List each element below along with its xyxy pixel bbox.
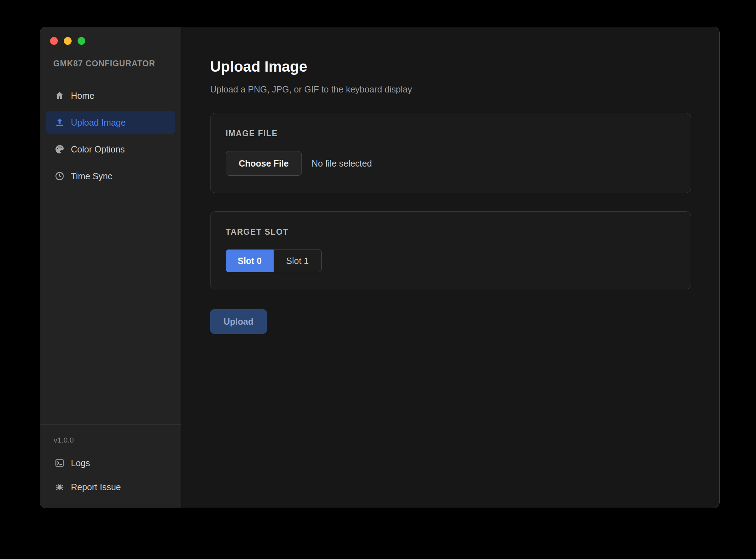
- window-controls: [40, 27, 181, 45]
- sidebar-footer: v1.0.0 Logs: [40, 424, 181, 508]
- sidebar-item-label: Home: [71, 91, 94, 101]
- sidebar-nav: Home Upload Image: [40, 84, 181, 188]
- bug-icon: [55, 482, 65, 492]
- version-label: v1.0.0: [54, 436, 175, 444]
- slot-0-button[interactable]: Slot 0: [226, 250, 274, 272]
- no-file-selected-text: No file selected: [312, 158, 372, 169]
- target-slot-label: TARGET SLOT: [226, 227, 676, 237]
- zoom-button[interactable]: [78, 37, 85, 45]
- sidebar-footer-items: Logs: [46, 452, 175, 498]
- page-title: Upload Image: [210, 58, 691, 75]
- desktop-background: GMK87 CONFIGURATOR Home Upload Image: [0, 0, 756, 559]
- slot-selector: Slot 0 Slot 1: [226, 250, 322, 272]
- choose-file-button[interactable]: Choose File: [226, 151, 302, 176]
- image-file-body: Choose File No file selected: [226, 151, 676, 176]
- terminal-icon: [55, 458, 65, 468]
- sidebar-item-time-sync[interactable]: Time Sync: [46, 164, 175, 188]
- slot-1-button[interactable]: Slot 1: [274, 250, 322, 272]
- minimize-button[interactable]: [64, 37, 72, 45]
- main-content: Upload Image Upload a PNG, JPG, or GIF t…: [181, 27, 719, 508]
- sidebar: GMK87 CONFIGURATOR Home Upload Image: [40, 27, 181, 508]
- sidebar-item-report-issue[interactable]: Report Issue: [46, 476, 175, 498]
- sidebar-item-label: Logs: [71, 458, 90, 468]
- app-window: GMK87 CONFIGURATOR Home Upload Image: [40, 27, 720, 508]
- image-file-label: IMAGE FILE: [226, 129, 676, 138]
- sidebar-spacer: [40, 188, 181, 424]
- app-title: GMK87 CONFIGURATOR: [53, 59, 181, 68]
- home-icon: [55, 91, 65, 101]
- target-slot-card: TARGET SLOT Slot 0 Slot 1: [210, 211, 691, 289]
- sidebar-item-label: Report Issue: [71, 482, 121, 492]
- clock-icon: [55, 171, 65, 181]
- sidebar-item-logs[interactable]: Logs: [46, 452, 175, 474]
- sidebar-item-color-options[interactable]: Color Options: [46, 138, 175, 161]
- palette-icon: [55, 144, 65, 154]
- upload-icon: [55, 118, 65, 127]
- sidebar-item-label: Time Sync: [71, 171, 112, 181]
- sidebar-item-upload-image[interactable]: Upload Image: [46, 111, 175, 134]
- close-button[interactable]: [50, 37, 58, 45]
- sidebar-item-label: Color Options: [71, 144, 125, 155]
- sidebar-item-home[interactable]: Home: [46, 84, 175, 107]
- sidebar-item-label: Upload Image: [71, 118, 126, 128]
- image-file-card: IMAGE FILE Choose File No file selected: [210, 113, 691, 193]
- upload-button[interactable]: Upload: [210, 309, 267, 334]
- page-subtitle: Upload a PNG, JPG, or GIF to the keyboar…: [210, 84, 691, 95]
